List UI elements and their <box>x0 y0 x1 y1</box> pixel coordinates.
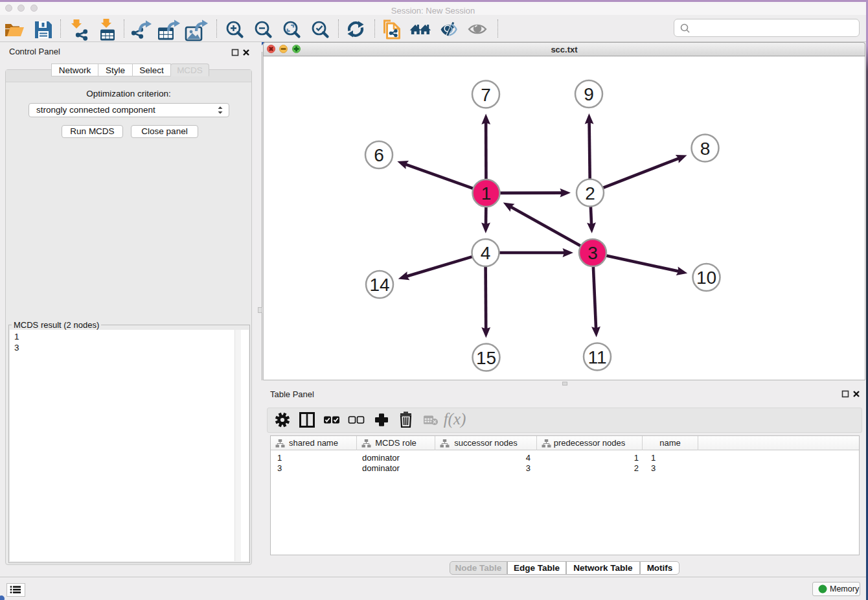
svg-text:1: 1 <box>481 183 492 203</box>
svg-text:10: 10 <box>696 268 716 288</box>
svg-text:4: 4 <box>481 243 491 263</box>
svg-text:14: 14 <box>369 275 389 295</box>
svg-text:15: 15 <box>476 348 496 368</box>
svg-text:6: 6 <box>374 145 384 165</box>
svg-text:2: 2 <box>585 183 595 203</box>
svg-text:3: 3 <box>588 243 598 263</box>
svg-text:8: 8 <box>700 139 711 159</box>
svg-text:7: 7 <box>481 85 491 105</box>
svg-text:11: 11 <box>588 347 606 367</box>
svg-text:f(x): f(x) <box>444 410 466 428</box>
svg-text:9: 9 <box>584 84 594 104</box>
